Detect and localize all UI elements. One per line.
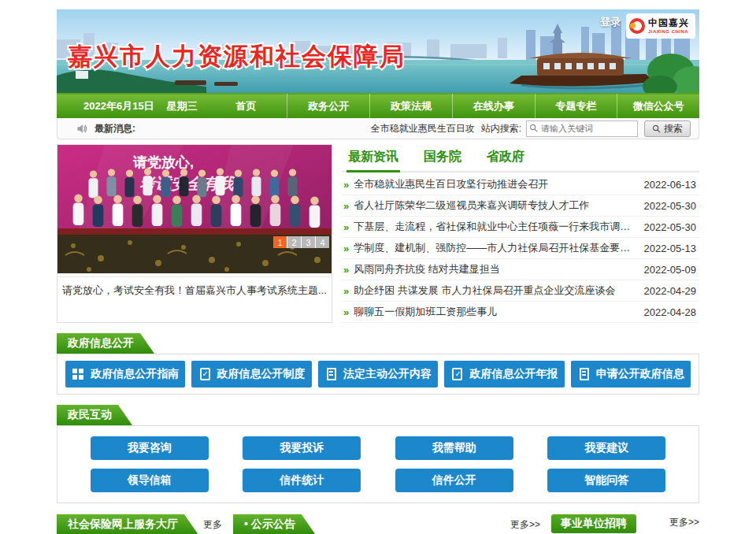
gov-info-section: 政府信息公开 政府信息公开指南 政府信息公开制度 法定主动公开内容 [57, 333, 699, 395]
news-item-title: 助企纾困 共谋发展 市人力社保局召开重点企业交流座谈会 [354, 284, 636, 298]
main-row: 请党放心, 考试安全有我 [57, 144, 699, 323]
logo-subtitle: JIAXING CHINA [648, 29, 689, 34]
interaction-button[interactable]: 信件统计 [243, 469, 361, 492]
page: 嘉兴市人力资源和社会保障局 登录 中国嘉兴 JIAXING CHINA 2022… [0, 0, 756, 534]
interaction-button[interactable]: 我要咨询 [91, 436, 209, 460]
interaction-button[interactable]: 信件公开 [395, 469, 513, 492]
social-insurance-panel-title: 社会保险网上服务大厅 [57, 514, 198, 534]
news-list-item[interactable]: » 全市稳就业惠民生百日攻坚行动推进会召开 2022-06-13 [342, 174, 699, 195]
ticker-label: 最新消息: [94, 122, 135, 135]
nav-menu-item[interactable]: 首页 [206, 94, 287, 119]
social-insurance-more-link[interactable]: 更多 [203, 518, 222, 534]
news-list-item[interactable]: » 助企纾困 共谋发展 市人力社保局召开重点企业交流座谈会 2022-04-29 [342, 280, 699, 302]
nav-menu-item[interactable]: 在线办事 [452, 94, 535, 119]
news-list-item[interactable]: » 学制度、建机制、强防控——市人力社保局召开社保基金要情专题学习会 2022-… [342, 238, 699, 259]
news-item-title: 下基层、走流程，省社保和就业中心主任项薇一行来我市调研“国统”上线情况 [354, 220, 636, 234]
recruitment-panel: 事业单位招聘 更多>> 嘉兴市妇幼保健院2022年公开... 2022年嘉兴市属… [551, 514, 699, 534]
news-item-title: 学制度、建机制、强防控——市人力社保局召开社保基金要情专题学习会 [354, 241, 636, 255]
news-item-date: 2022-05-13 [644, 243, 697, 254]
recruitment-panel-title[interactable]: 事业单位招聘 [551, 514, 636, 533]
news-item-title: 省人社厅陈荣华二级巡视员来嘉兴调研专技人才工作 [354, 198, 636, 213]
carousel-page-button[interactable]: 1 [273, 236, 287, 248]
jiaxing-logo[interactable]: 中国嘉兴 JIAXING CHINA [626, 13, 695, 39]
carousel-caption[interactable]: 请党放心，考试安全有我！首届嘉兴市人事考试系统主题... [57, 276, 332, 304]
news-list-item[interactable]: » 下基层、走流程，省社保和就业中心主任项薇一行来我市调研“国统”上线情况 20… [342, 217, 699, 238]
double-arrow-icon: » [343, 200, 349, 212]
gov-info-button-label: 政府信息公开指南 [91, 367, 179, 381]
news-item-date: 2022-05-30 [644, 221, 697, 233]
double-arrow-icon: » [343, 285, 349, 297]
gov-info-button[interactable]: 申请公开政府信息 [571, 361, 691, 388]
gov-info-button-label: 政府信息公开年报 [469, 367, 558, 381]
gov-info-button[interactable]: 法定主动公开内容 [318, 361, 438, 388]
search-input[interactable] [526, 121, 638, 137]
interaction-button[interactable]: 我需帮助 [395, 436, 513, 460]
jiaxing-emblem-icon [629, 18, 645, 34]
nav-menu-item[interactable]: 微信公众号 [617, 94, 699, 119]
interaction-button[interactable]: 智能问答 [547, 469, 665, 492]
carousel-page-button[interactable]: 3 [301, 236, 315, 248]
ticker-bar: 最新消息: 全市稳就业惠民生百日攻 站内搜索: 搜索 [57, 118, 699, 139]
nav-menu-item[interactable]: 政策法规 [369, 94, 452, 119]
news-item-date: 2022-05-09 [644, 264, 697, 276]
carousel-pagination: 1 2 3 4 [273, 236, 329, 248]
gov-info-section-title: 政府信息公开 [57, 333, 154, 354]
news-item-title: 全市稳就业惠民生百日攻坚行动推进会召开 [354, 177, 636, 191]
news-list-item[interactable]: » 省人社厅陈荣华二级巡视员来嘉兴调研专技人才工作 2022-05-30 [342, 195, 699, 217]
news-list: » 全市稳就业惠民生百日攻坚行动推进会召开 2022-06-13 » 省人社厅陈… [342, 174, 699, 323]
notice-more-link[interactable]: 更多>> [510, 518, 540, 534]
speaker-icon [76, 123, 88, 135]
news-tab[interactable]: 省政府 [485, 144, 526, 171]
interaction-button[interactable]: 我要建议 [547, 436, 665, 460]
interaction-button[interactable]: 领导信箱 [91, 469, 209, 492]
gov-info-button-icon [198, 368, 212, 380]
news-item-date: 2022-04-29 [644, 285, 697, 297]
interaction-buttons: 我要咨询 我要投诉 我需帮助 我要建议 领导信箱 信件统计 信件公开 智能问答 [57, 425, 699, 503]
gov-info-button-label: 政府信息公开制度 [217, 367, 306, 381]
gov-info-button[interactable]: 政府信息公开年报 [444, 361, 564, 388]
nav-menu-item[interactable]: 政务公开 [287, 94, 369, 119]
login-link[interactable]: 登录 [600, 15, 621, 29]
news-item-date: 2022-05-30 [644, 200, 697, 212]
site-title: 嘉兴市人力资源和社会保障局 [68, 43, 406, 70]
news-tab[interactable]: 国务院 [422, 144, 463, 171]
news-panel: 最新资讯 国务院 省政府 » 全市稳就业惠民生百日攻坚行动推进会召开 2022-… [342, 144, 699, 323]
double-arrow-icon: » [343, 306, 349, 318]
site-search-label: 站内搜索: [481, 122, 521, 135]
gov-info-button[interactable]: 政府信息公开指南 [65, 361, 185, 388]
double-arrow-icon: » [343, 179, 349, 191]
carousel-page-button[interactable]: 4 [315, 236, 329, 248]
ticker-message-link[interactable]: 全市稳就业惠民生百日攻 [371, 122, 475, 135]
nav-menu: 首页 政务公开 政策法规 在线办事 专题专栏 微信公众号 [206, 94, 699, 119]
slide-title-line1: 请党放心, [132, 154, 194, 170]
interaction-section: 政民互动 我要咨询 我要投诉 我需帮助 我要建议 领导信箱 信件统计 信件公开 … [57, 405, 699, 503]
gov-info-button[interactable]: 政府信息公开制度 [191, 361, 311, 388]
gov-info-button-label: 申请公开政府信息 [596, 367, 684, 381]
social-insurance-panel: 社会保险网上服务大厅 更多 个人(单位)社保证明打印 办事指南 [57, 514, 222, 534]
gov-info-button-icon [450, 368, 464, 380]
interaction-button[interactable]: 我要投诉 [243, 436, 361, 460]
news-tabs: 最新资讯 国务院 省政府 [342, 144, 699, 172]
recruitment-more-link[interactable]: 更多>> [669, 516, 699, 532]
carousel-page-button[interactable]: 2 [287, 236, 301, 248]
nav-menu-item[interactable]: 专题专栏 [535, 94, 617, 119]
logo-title: 中国嘉兴 [648, 18, 689, 28]
nav-date: 2022年6月15日 星期三 [57, 99, 206, 113]
news-list-item[interactable]: » 风雨同舟齐抗疫 结对共建显担当 2022-05-09 [342, 259, 699, 280]
carousel-photo-illustration: 请党放心, 考试安全有我 [57, 145, 332, 273]
news-tab[interactable]: 最新资讯 [346, 144, 400, 171]
gov-info-buttons: 政府信息公开指南 政府信息公开制度 法定主动公开内容 政府信息公开年报 [57, 354, 699, 395]
news-list-item[interactable]: » 聊聊五一假期加班工资那些事儿 2022-04-28 [342, 302, 699, 323]
photo-carousel[interactable]: 请党放心, 考试安全有我 [57, 144, 332, 323]
bottom-row: 社会保险网上服务大厅 更多 个人(单位)社保证明打印 办事指南 公示公告 更多>… [57, 514, 699, 534]
search-button[interactable]: 搜索 [644, 121, 691, 137]
current-date: 2022年6月15日 [83, 99, 154, 113]
site-banner: 嘉兴市人力资源和社会保障局 登录 中国嘉兴 JIAXING CHINA [57, 9, 699, 93]
notice-panel: 公示公告 更多>> » 关于设立嘉善技工学校的公示 2022-05-18 » 关… [233, 514, 540, 534]
interaction-section-title: 政民互动 [57, 405, 132, 425]
main-navbar: 2022年6月15日 星期三 首页 政务公开 政策法规 在线办事 专题专栏 微信… [57, 93, 699, 118]
double-arrow-icon: » [343, 243, 349, 254]
gov-info-button-icon [324, 368, 338, 380]
gov-info-button-label: 法定主动公开内容 [343, 367, 432, 381]
news-item-title: 风雨同舟齐抗疫 结对共建显担当 [354, 262, 636, 276]
